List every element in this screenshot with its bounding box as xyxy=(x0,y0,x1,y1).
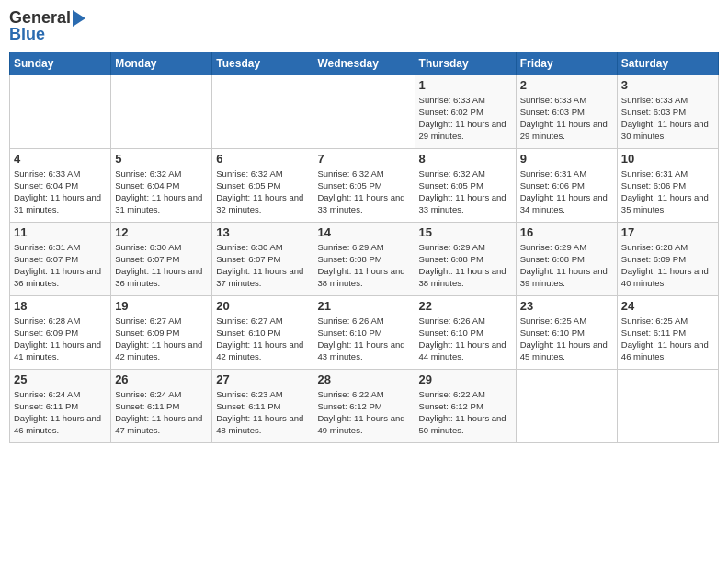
column-header-wednesday: Wednesday xyxy=(313,52,415,75)
day-number: 27 xyxy=(216,373,309,386)
day-info: Sunrise: 6:32 AMSunset: 6:05 PMDaylight:… xyxy=(419,167,512,216)
day-number: 24 xyxy=(621,299,714,313)
calendar-cell: 21Sunrise: 6:26 AMSunset: 6:10 PMDayligh… xyxy=(313,295,415,369)
column-header-thursday: Thursday xyxy=(415,52,516,75)
day-number: 28 xyxy=(317,373,410,386)
calendar-cell: 20Sunrise: 6:27 AMSunset: 6:10 PMDayligh… xyxy=(212,295,313,369)
calendar-cell xyxy=(111,75,212,148)
day-number: 16 xyxy=(520,225,613,239)
logo-blue-text: Blue xyxy=(9,26,45,44)
day-info: Sunrise: 6:31 AMSunset: 6:06 PMDaylight:… xyxy=(520,167,613,216)
calendar-cell: 28Sunrise: 6:22 AMSunset: 6:12 PMDayligh… xyxy=(313,369,415,442)
day-info: Sunrise: 6:29 AMSunset: 6:08 PMDaylight:… xyxy=(419,241,512,290)
day-number: 14 xyxy=(317,225,410,239)
calendar-cell: 18Sunrise: 6:28 AMSunset: 6:09 PMDayligh… xyxy=(10,295,111,369)
day-info: Sunrise: 6:31 AMSunset: 6:07 PMDaylight:… xyxy=(14,241,107,290)
day-number: 18 xyxy=(14,299,107,313)
calendar-cell: 15Sunrise: 6:29 AMSunset: 6:08 PMDayligh… xyxy=(415,222,516,295)
day-info: Sunrise: 6:31 AMSunset: 6:06 PMDaylight:… xyxy=(621,167,714,216)
calendar-cell: 8Sunrise: 6:32 AMSunset: 6:05 PMDaylight… xyxy=(415,148,516,222)
calendar-cell: 6Sunrise: 6:32 AMSunset: 6:05 PMDaylight… xyxy=(212,148,313,222)
calendar-cell: 5Sunrise: 6:32 AMSunset: 6:04 PMDaylight… xyxy=(111,148,212,222)
calendar-cell: 7Sunrise: 6:32 AMSunset: 6:05 PMDaylight… xyxy=(313,148,415,222)
calendar-cell: 17Sunrise: 6:28 AMSunset: 6:09 PMDayligh… xyxy=(617,222,718,295)
day-number: 25 xyxy=(14,373,107,386)
calendar-cell: 4Sunrise: 6:33 AMSunset: 6:04 PMDaylight… xyxy=(10,148,111,222)
calendar-cell: 23Sunrise: 6:25 AMSunset: 6:10 PMDayligh… xyxy=(516,295,617,369)
day-number: 4 xyxy=(14,152,107,166)
day-info: Sunrise: 6:27 AMSunset: 6:09 PMDaylight:… xyxy=(115,315,208,363)
calendar-cell: 24Sunrise: 6:25 AMSunset: 6:11 PMDayligh… xyxy=(617,295,718,369)
day-info: Sunrise: 6:25 AMSunset: 6:11 PMDaylight:… xyxy=(621,315,714,363)
calendar-cell: 2Sunrise: 6:33 AMSunset: 6:03 PMDaylight… xyxy=(516,75,617,148)
calendar-cell xyxy=(212,75,313,148)
calendar-cell: 19Sunrise: 6:27 AMSunset: 6:09 PMDayligh… xyxy=(111,295,212,369)
column-header-saturday: Saturday xyxy=(617,52,718,75)
calendar-week-row: 25Sunrise: 6:24 AMSunset: 6:11 PMDayligh… xyxy=(10,369,719,442)
day-info: Sunrise: 6:32 AMSunset: 6:05 PMDaylight:… xyxy=(317,167,410,216)
calendar-cell: 14Sunrise: 6:29 AMSunset: 6:08 PMDayligh… xyxy=(313,222,415,295)
calendar-cell: 10Sunrise: 6:31 AMSunset: 6:06 PMDayligh… xyxy=(617,148,718,222)
calendar-header-row: SundayMondayTuesdayWednesdayThursdayFrid… xyxy=(10,52,719,75)
calendar-cell: 13Sunrise: 6:30 AMSunset: 6:07 PMDayligh… xyxy=(212,222,313,295)
logo-arrow-icon xyxy=(73,10,85,27)
day-number: 8 xyxy=(419,152,512,166)
calendar-cell: 26Sunrise: 6:24 AMSunset: 6:11 PMDayligh… xyxy=(111,369,212,442)
day-info: Sunrise: 6:32 AMSunset: 6:05 PMDaylight:… xyxy=(216,167,309,216)
day-info: Sunrise: 6:33 AMSunset: 6:04 PMDaylight:… xyxy=(14,167,107,216)
calendar-cell: 27Sunrise: 6:23 AMSunset: 6:11 PMDayligh… xyxy=(212,369,313,442)
day-info: Sunrise: 6:29 AMSunset: 6:08 PMDaylight:… xyxy=(520,241,613,290)
calendar-cell: 22Sunrise: 6:26 AMSunset: 6:10 PMDayligh… xyxy=(415,295,516,369)
day-info: Sunrise: 6:23 AMSunset: 6:11 PMDaylight:… xyxy=(216,388,309,437)
column-header-sunday: Sunday xyxy=(10,52,111,75)
day-number: 23 xyxy=(520,299,613,313)
calendar-week-row: 11Sunrise: 6:31 AMSunset: 6:07 PMDayligh… xyxy=(10,222,719,295)
calendar-cell: 3Sunrise: 6:33 AMSunset: 6:03 PMDaylight… xyxy=(617,75,718,148)
day-number: 17 xyxy=(621,225,714,239)
day-number: 12 xyxy=(115,225,208,239)
day-number: 13 xyxy=(216,225,309,239)
calendar-cell: 25Sunrise: 6:24 AMSunset: 6:11 PMDayligh… xyxy=(10,369,111,442)
day-number: 20 xyxy=(216,299,309,313)
column-header-tuesday: Tuesday xyxy=(212,52,313,75)
day-number: 29 xyxy=(419,373,512,386)
day-info: Sunrise: 6:33 AMSunset: 6:03 PMDaylight:… xyxy=(520,94,613,143)
calendar-cell: 16Sunrise: 6:29 AMSunset: 6:08 PMDayligh… xyxy=(516,222,617,295)
column-header-friday: Friday xyxy=(516,52,617,75)
day-number: 15 xyxy=(419,225,512,239)
calendar-cell xyxy=(617,369,718,442)
page-header: General Blue xyxy=(9,9,719,44)
day-number: 6 xyxy=(216,152,309,166)
calendar-week-row: 18Sunrise: 6:28 AMSunset: 6:09 PMDayligh… xyxy=(10,295,719,369)
day-number: 26 xyxy=(115,373,208,386)
calendar-week-row: 4Sunrise: 6:33 AMSunset: 6:04 PMDaylight… xyxy=(10,148,719,222)
day-number: 3 xyxy=(621,78,714,92)
day-info: Sunrise: 6:30 AMSunset: 6:07 PMDaylight:… xyxy=(115,241,208,290)
day-info: Sunrise: 6:22 AMSunset: 6:12 PMDaylight:… xyxy=(317,388,410,437)
logo: General Blue xyxy=(9,9,85,44)
day-info: Sunrise: 6:22 AMSunset: 6:12 PMDaylight:… xyxy=(419,388,512,437)
day-info: Sunrise: 6:30 AMSunset: 6:07 PMDaylight:… xyxy=(216,241,309,290)
day-number: 5 xyxy=(115,152,208,166)
day-info: Sunrise: 6:27 AMSunset: 6:10 PMDaylight:… xyxy=(216,315,309,363)
day-number: 19 xyxy=(115,299,208,313)
day-info: Sunrise: 6:25 AMSunset: 6:10 PMDaylight:… xyxy=(520,315,613,363)
calendar-cell: 9Sunrise: 6:31 AMSunset: 6:06 PMDaylight… xyxy=(516,148,617,222)
day-number: 1 xyxy=(419,78,512,92)
day-info: Sunrise: 6:26 AMSunset: 6:10 PMDaylight:… xyxy=(317,315,410,363)
day-info: Sunrise: 6:33 AMSunset: 6:03 PMDaylight:… xyxy=(621,94,714,143)
calendar-cell: 12Sunrise: 6:30 AMSunset: 6:07 PMDayligh… xyxy=(111,222,212,295)
column-header-monday: Monday xyxy=(111,52,212,75)
day-info: Sunrise: 6:28 AMSunset: 6:09 PMDaylight:… xyxy=(621,241,714,290)
day-info: Sunrise: 6:26 AMSunset: 6:10 PMDaylight:… xyxy=(419,315,512,363)
day-number: 10 xyxy=(621,152,714,166)
day-number: 21 xyxy=(317,299,410,313)
day-info: Sunrise: 6:33 AMSunset: 6:02 PMDaylight:… xyxy=(419,94,512,143)
calendar-cell: 29Sunrise: 6:22 AMSunset: 6:12 PMDayligh… xyxy=(415,369,516,442)
day-number: 9 xyxy=(520,152,613,166)
calendar-cell: 11Sunrise: 6:31 AMSunset: 6:07 PMDayligh… xyxy=(10,222,111,295)
calendar-week-row: 1Sunrise: 6:33 AMSunset: 6:02 PMDaylight… xyxy=(10,75,719,148)
day-info: Sunrise: 6:28 AMSunset: 6:09 PMDaylight:… xyxy=(14,315,107,363)
calendar-cell xyxy=(10,75,111,148)
day-number: 7 xyxy=(317,152,410,166)
